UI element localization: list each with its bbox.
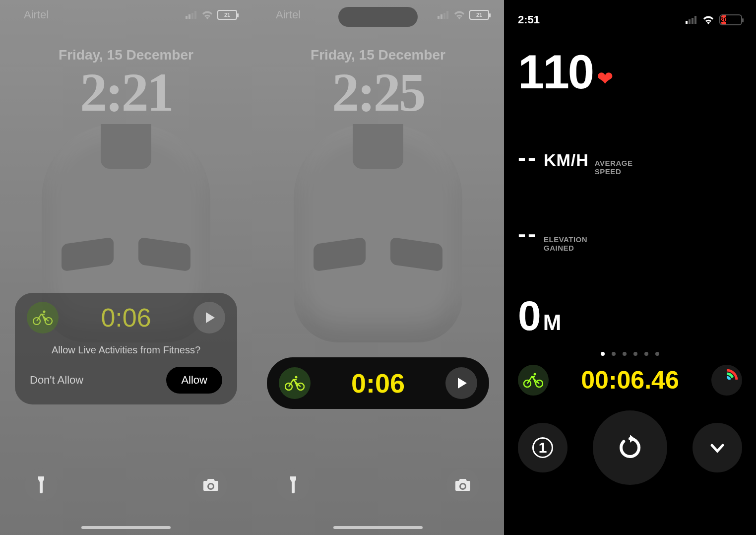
live-activity-timer: 0:06 [101, 303, 151, 333]
elevation-block: -- ELEVATION GAINED [518, 220, 742, 252]
speed-value: -- [518, 144, 538, 171]
svg-rect-17 [694, 16, 696, 24]
heart-rate-value: 110 [518, 45, 593, 99]
live-activity-card[interactable]: 0:06 Allow Live Activities from Fitness?… [15, 293, 237, 404]
speed-unit: KM/H [544, 150, 589, 170]
flashlight-button[interactable] [25, 468, 58, 501]
live-activity-timer: 0:06 [351, 368, 405, 399]
lockscreen: Airtel 21 Friday, 15 December 2:25 0:06 [252, 0, 504, 535]
svg-point-11 [285, 383, 292, 390]
battery-icon: 20 [719, 14, 742, 25]
svg-point-6 [43, 311, 46, 313]
phone-screen-3: 2:51 20 110 ❤ -- KM/H AV [504, 0, 756, 535]
restart-button[interactable] [593, 410, 667, 485]
svg-rect-16 [692, 18, 693, 24]
allow-button[interactable]: Allow [166, 367, 222, 394]
svg-point-20 [534, 373, 536, 376]
play-icon[interactable] [193, 302, 225, 334]
svg-rect-15 [689, 19, 691, 24]
play-icon[interactable] [445, 367, 477, 399]
lockscreen: Airtel 21 Friday, 15 December 2:21 0:06 [0, 0, 252, 535]
workout-screen: 2:51 20 110 ❤ -- KM/H AV [504, 0, 756, 535]
page-indicator[interactable] [518, 352, 742, 356]
cycling-icon [279, 367, 311, 399]
segment-button[interactable]: 1 [518, 423, 567, 472]
wifi-icon [702, 15, 714, 24]
cycling-icon [27, 302, 59, 334]
svg-point-23 [724, 377, 730, 383]
speed-label-1: AVERAGE [595, 159, 633, 168]
camera-button[interactable] [446, 468, 479, 501]
battery-icon: 21 [217, 10, 237, 20]
permission-prompt: Allow Live Activities from Fitness? [27, 344, 225, 356]
live-activity-pill[interactable]: 0:06 [267, 357, 489, 409]
speed-block: -- KM/H AVERAGE SPEED [518, 144, 742, 176]
distance-block: 0 M [518, 292, 742, 340]
battery-icon: 21 [469, 10, 489, 20]
status-bar: 2:51 20 [518, 10, 742, 30]
svg-point-22 [720, 374, 733, 387]
phone-screen-2: Airtel 21 Friday, 15 December 2:25 0:06 [252, 0, 504, 535]
svg-point-4 [33, 318, 40, 325]
svg-rect-14 [686, 21, 688, 24]
collapse-button[interactable] [693, 423, 742, 472]
camera-button[interactable] [194, 468, 227, 501]
cellular-icon [686, 16, 697, 24]
phone-screen-1: Airtel 21 Friday, 15 December 2:21 0:06 [0, 0, 252, 535]
status-time: 2:51 [518, 13, 540, 26]
home-indicator[interactable] [333, 526, 423, 529]
distance-value: 0 [518, 292, 541, 340]
svg-point-13 [295, 376, 298, 379]
svg-point-18 [524, 380, 531, 387]
heart-rate-block: 110 ❤ [518, 45, 742, 99]
dynamic-island[interactable] [338, 7, 418, 27]
speed-label-2: SPEED [595, 168, 633, 176]
distance-unit: M [543, 310, 562, 335]
cycling-icon [518, 365, 549, 396]
dont-allow-button[interactable]: Don't Allow [30, 374, 83, 387]
flashlight-button[interactable] [277, 468, 310, 501]
elapsed-time: 00:06.46 [581, 366, 679, 395]
elevation-value: -- [518, 220, 538, 248]
home-indicator[interactable] [81, 526, 171, 529]
heart-icon: ❤ [597, 67, 614, 90]
activity-rings-icon[interactable] [711, 365, 742, 396]
elevation-label-1: ELEVATION [544, 236, 587, 244]
elevation-label-2: GAINED [544, 244, 587, 253]
